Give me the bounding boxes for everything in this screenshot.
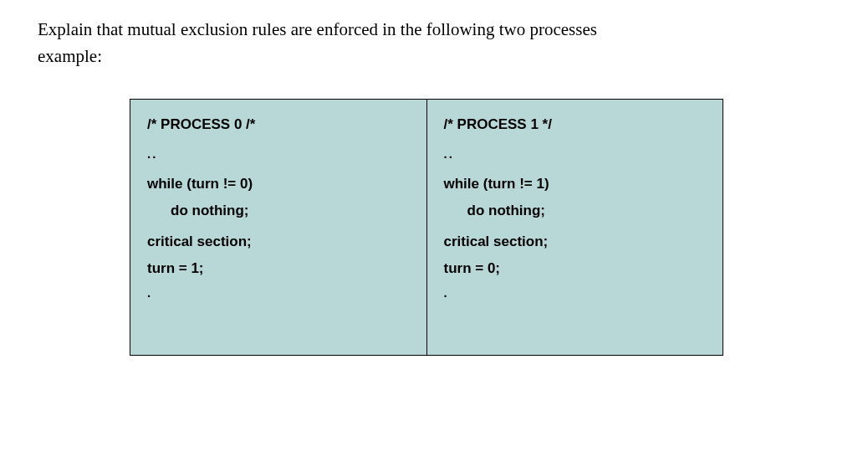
question-line2: example: (38, 46, 102, 66)
process-1-dots: .. (444, 142, 707, 166)
process-1-while: while (turn != 1) (444, 171, 707, 197)
process-1-critical: critical section; (444, 228, 707, 254)
process-1-header: /* PROCESS 1 */ (444, 111, 707, 137)
process-0-assign: turn = 1; (147, 255, 410, 281)
process-0-cell: /* PROCESS 0 /* .. while (turn != 0) do … (130, 100, 427, 356)
process-0-dots: .. (147, 142, 410, 166)
question-text: Explain that mutual exclusion rules are … (38, 17, 830, 69)
process-table-wrap: /* PROCESS 0 /* .. while (turn != 0) do … (130, 99, 723, 356)
process-1-trail: . (444, 281, 707, 305)
question-line1: Explain that mutual exclusion rules are … (38, 19, 597, 39)
process-1-cell: /* PROCESS 1 */ .. while (turn != 1) do … (426, 100, 723, 356)
process-0-while: while (turn != 0) (147, 171, 410, 197)
process-table: /* PROCESS 0 /* .. while (turn != 0) do … (130, 99, 723, 356)
process-1-assign: turn = 0; (444, 255, 707, 281)
process-1-donothing: do nothing; (444, 198, 707, 223)
process-0-header: /* PROCESS 0 /* (147, 111, 410, 137)
process-0-trail: . (147, 281, 410, 305)
process-0-critical: critical section; (147, 228, 410, 254)
process-0-donothing: do nothing; (147, 198, 410, 223)
